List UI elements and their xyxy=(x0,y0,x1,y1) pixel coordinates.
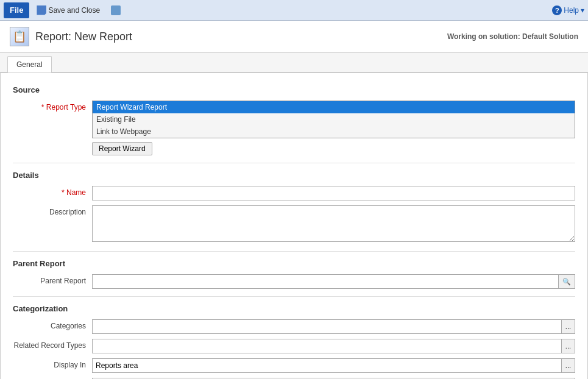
divider-3 xyxy=(13,296,575,297)
divider-1 xyxy=(13,163,575,163)
display-in-ellipsis-icon: ... xyxy=(565,362,571,369)
parent-report-section-header: Parent Report xyxy=(13,259,575,268)
display-in-browse-button[interactable]: ... xyxy=(561,358,575,373)
related-record-types-input-group: ... xyxy=(92,339,575,353)
categories-field: ... xyxy=(92,319,575,334)
name-label: Name xyxy=(13,186,92,197)
categories-row: Categories ... xyxy=(13,319,575,334)
details-section-header: Details xyxy=(13,171,575,180)
report-type-label: Report Type xyxy=(13,101,92,112)
related-record-types-input[interactable] xyxy=(92,339,561,353)
description-label: Description xyxy=(13,205,92,216)
list-item-webpage[interactable]: Link to Webpage xyxy=(93,126,575,138)
save-label: Save and Close xyxy=(48,6,100,15)
help-icon: ? xyxy=(552,5,562,15)
categories-input-group: ... xyxy=(92,319,575,334)
parent-report-input[interactable] xyxy=(92,274,558,289)
categories-ellipsis-icon: ... xyxy=(565,323,571,330)
file-button[interactable]: File xyxy=(4,2,29,18)
display-in-field: ... xyxy=(92,358,575,373)
description-field[interactable] xyxy=(92,205,575,244)
form-content: Source Report Type Report Wizard Report … xyxy=(0,73,588,379)
parent-report-browse-button[interactable]: 🔍 xyxy=(558,274,575,289)
report-wizard-button[interactable]: Report Wizard xyxy=(92,142,152,155)
divider-2 xyxy=(13,251,575,252)
name-row: Name xyxy=(13,186,575,200)
new-icon xyxy=(111,5,121,15)
categories-input[interactable] xyxy=(92,319,561,334)
tabs-bar: General xyxy=(0,53,588,73)
list-item-existing[interactable]: Existing File xyxy=(93,113,575,126)
tab-general[interactable]: General xyxy=(7,56,52,73)
parent-report-row: Parent Report 🔍 xyxy=(13,274,575,289)
title-area: 📋 Report: New Report xyxy=(10,27,132,46)
categories-label: Categories xyxy=(13,319,92,330)
page-header: 📋 Report: New Report Working on solution… xyxy=(0,21,588,53)
display-in-input-group: ... xyxy=(92,358,575,373)
name-input[interactable] xyxy=(92,186,575,200)
categories-browse-button[interactable]: ... xyxy=(561,319,575,334)
related-record-types-ellipsis-icon: ... xyxy=(565,342,571,350)
help-label: Help xyxy=(564,6,579,15)
parent-report-label: Parent Report xyxy=(13,274,92,285)
report-icon: 📋 xyxy=(10,27,29,46)
browse-icon: 🔍 xyxy=(562,278,571,286)
description-input[interactable] xyxy=(92,205,575,242)
page-title: Report: New Report xyxy=(35,30,132,43)
new-button[interactable] xyxy=(107,4,124,17)
save-button[interactable]: Save and Close xyxy=(33,4,104,17)
report-type-row: Report Type Report Wizard Report Existin… xyxy=(13,101,575,155)
toolbar: File Save and Close ? Help ▾ xyxy=(0,0,588,21)
categorization-section-header: Categorization xyxy=(13,304,575,313)
display-in-label: Display In xyxy=(13,358,92,369)
save-icon xyxy=(37,5,46,15)
help-chevron-icon: ▾ xyxy=(581,6,584,15)
source-section-header: Source xyxy=(13,85,575,94)
related-record-types-label: Related Record Types xyxy=(13,339,92,350)
related-record-types-row: Related Record Types ... xyxy=(13,339,575,353)
parent-report-input-group: 🔍 xyxy=(92,274,575,289)
solution-text: Working on solution: Default Solution xyxy=(447,32,578,41)
list-item-wizard[interactable]: Report Wizard Report xyxy=(93,101,575,113)
help-button[interactable]: ? Help ▾ xyxy=(552,5,584,15)
display-in-input[interactable] xyxy=(92,358,561,373)
report-type-listbox[interactable]: Report Wizard Report Existing File Link … xyxy=(92,101,575,138)
related-record-types-field: ... xyxy=(92,339,575,353)
display-in-row: Display In ... xyxy=(13,358,575,373)
report-type-field: Report Wizard Report Existing File Link … xyxy=(92,101,575,155)
name-field[interactable] xyxy=(92,186,575,200)
parent-report-field: 🔍 xyxy=(92,274,575,289)
description-row: Description xyxy=(13,205,575,244)
related-record-types-browse-button[interactable]: ... xyxy=(561,339,575,353)
